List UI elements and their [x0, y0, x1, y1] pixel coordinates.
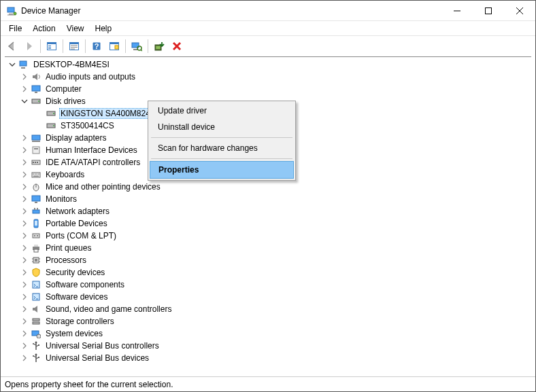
chevron-right-icon[interactable] — [20, 219, 29, 228]
svg-rect-34 — [35, 92, 37, 93]
toolbar-update-driver-button[interactable] — [151, 38, 167, 54]
svg-rect-33 — [32, 86, 40, 91]
toolbar-uninstall-button[interactable] — [169, 38, 185, 54]
chevron-right-icon[interactable] — [20, 329, 29, 338]
menu-file[interactable]: File — [3, 22, 27, 35]
tree-node[interactable]: Universal Serial Bus devices — [5, 352, 531, 364]
svg-point-66 — [37, 235, 38, 236]
chevron-right-icon[interactable] — [20, 317, 29, 326]
window-controls — [441, 1, 535, 20]
svg-rect-71 — [35, 259, 37, 262]
tree-node[interactable]: Universal Serial Bus controllers — [5, 340, 531, 352]
cm-properties[interactable]: Properties — [150, 161, 294, 179]
toolbar-properties-button[interactable] — [66, 38, 82, 54]
chevron-right-icon[interactable] — [20, 170, 29, 179]
toolbar-show-tree-button[interactable] — [44, 38, 60, 54]
chevron-right-icon[interactable] — [20, 133, 29, 143]
svg-rect-44 — [34, 148, 38, 149]
close-button[interactable] — [504, 1, 535, 21]
chevron-right-icon[interactable] — [20, 280, 29, 289]
tree-label: Processors — [44, 255, 88, 265]
window-title: Device Manager — [21, 6, 80, 16]
chevron-right-icon[interactable] — [20, 194, 29, 204]
tree-node[interactable]: System devices — [5, 327, 531, 340]
chevron-right-icon[interactable] — [20, 243, 29, 253]
cm-update-driver[interactable]: Update driver — [150, 103, 294, 119]
chevron-right-icon[interactable] — [20, 268, 29, 277]
tree-label: IDE ATA/ATAPI controllers — [44, 158, 141, 167]
tree-label: Network adapters — [44, 207, 111, 216]
tree-node[interactable]: Software components — [5, 279, 531, 291]
cpu-icon — [31, 255, 41, 266]
svg-rect-78 — [33, 319, 39, 321]
chevron-right-icon[interactable] — [20, 231, 29, 240]
tree-node[interactable]: Computer — [5, 83, 531, 95]
toolbar-scan-hardware-button[interactable] — [129, 38, 145, 54]
monitor-icon — [31, 84, 41, 94]
tree-node[interactable]: Audio inputs and outputs — [5, 71, 531, 83]
chevron-down-icon[interactable] — [20, 96, 29, 106]
svg-rect-61 — [37, 208, 38, 210]
tree-node[interactable]: Software devices — [5, 291, 531, 303]
sound-icon — [31, 304, 41, 315]
chevron-right-icon[interactable] — [20, 341, 29, 351]
chevron-right-icon[interactable] — [20, 84, 29, 94]
cm-uninstall-device[interactable]: Uninstall device — [150, 119, 294, 135]
menu-help[interactable]: Help — [90, 22, 118, 35]
minimize-button[interactable] — [441, 1, 473, 21]
storage-icon — [31, 316, 41, 327]
svg-rect-0 — [7, 7, 14, 12]
menu-view[interactable]: View — [61, 22, 90, 35]
chevron-right-icon[interactable] — [20, 207, 29, 216]
tree-node[interactable]: Network adapters — [5, 205, 531, 217]
speaker-icon — [31, 71, 41, 82]
svg-rect-31 — [20, 61, 27, 66]
svg-rect-79 — [33, 322, 39, 324]
toolbar-action-center-button[interactable] — [106, 38, 122, 54]
svg-rect-1 — [9, 14, 13, 15]
toolbar-back-button[interactable] — [3, 38, 20, 54]
tree-label: Sound, video and game controllers — [44, 304, 173, 314]
svg-rect-54 — [33, 176, 39, 177]
cm-scan-hardware[interactable]: Scan for hardware changes — [150, 140, 294, 156]
usb-icon — [31, 340, 41, 351]
tree-node[interactable]: Print queues — [5, 242, 531, 254]
chevron-right-icon[interactable] — [20, 255, 29, 265]
chevron-right-icon[interactable] — [20, 292, 29, 302]
svg-point-38 — [53, 113, 54, 114]
tree-node[interactable]: Portable Devices — [5, 217, 531, 230]
chevron-right-icon[interactable] — [20, 304, 29, 314]
computer-icon — [18, 59, 29, 70]
tree-node[interactable]: DESKTOP-4BM4ESI — [5, 58, 531, 71]
port-icon — [31, 230, 41, 241]
tree-node[interactable]: Ports (COM & LPT) — [5, 230, 531, 242]
svg-rect-28 — [156, 46, 161, 49]
tree-label: System devices — [44, 329, 104, 338]
chevron-right-icon[interactable] — [20, 353, 29, 363]
chevron-right-icon[interactable] — [20, 145, 29, 155]
svg-rect-53 — [38, 174, 39, 175]
chevron-right-icon[interactable] — [20, 158, 29, 167]
svg-rect-46 — [33, 162, 34, 163]
tree-node[interactable]: Monitors — [5, 193, 531, 205]
tree-node[interactable]: Security devices — [5, 266, 531, 279]
chevron-down-icon[interactable] — [7, 60, 17, 69]
maximize-button[interactable] — [473, 1, 504, 21]
svg-text:?: ? — [95, 42, 99, 50]
toolbar-help-button[interactable]: ? — [88, 38, 105, 54]
disk-icon — [46, 120, 56, 131]
tree-label: Storage controllers — [44, 317, 116, 326]
tree-node[interactable]: Storage controllers — [5, 315, 531, 327]
toolbar-forward-button[interactable] — [21, 38, 37, 54]
tree-node[interactable]: Processors — [5, 254, 531, 266]
tree-node[interactable]: Sound, video and game controllers — [5, 303, 531, 315]
device-tree[interactable]: DESKTOP-4BM4ESIAudio inputs and outputsC… — [5, 56, 531, 376]
chevron-right-icon[interactable] — [20, 72, 29, 82]
svg-rect-2 — [7, 14, 14, 15]
menu-action[interactable]: Action — [27, 22, 61, 35]
tree-label: Ports (COM & LPT) — [44, 231, 118, 240]
tree-node[interactable]: Mice and other pointing devices — [5, 181, 531, 193]
toolbar-separator — [40, 39, 41, 53]
chevron-right-icon[interactable] — [20, 182, 29, 192]
toolbar-separator — [148, 39, 148, 53]
